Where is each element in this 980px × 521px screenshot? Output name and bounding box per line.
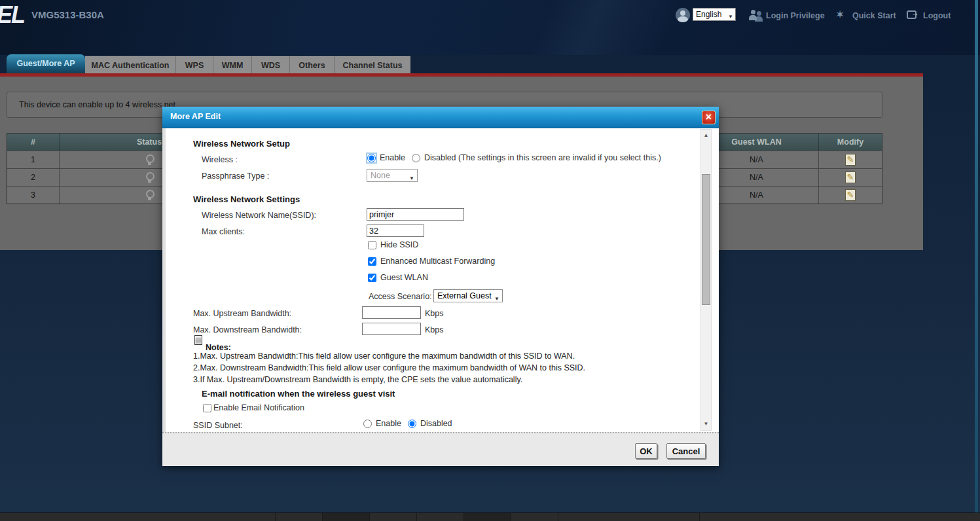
guest-wlan-row: Guest WLAN [368, 273, 428, 282]
wireless-radio-group: Enable Disabled (The settings in this sc… [367, 153, 661, 162]
tab-guest-more-ap[interactable]: Guest/More AP [7, 54, 85, 73]
tab-wps[interactable]: WPS [176, 56, 213, 73]
status-bulb-icon [145, 154, 154, 166]
taskbar-divider [511, 513, 511, 521]
section-wireless-network-setup: Wireless Network Setup [193, 139, 290, 149]
modify-edit-icon[interactable]: ✎ [845, 171, 856, 183]
ssid-subnet-disabled-radio[interactable] [408, 420, 416, 428]
enhanced-multicast-checkbox[interactable] [368, 257, 376, 266]
notes-document-icon [194, 335, 202, 345]
scrollbar-thumb[interactable] [702, 174, 710, 305]
tab-wmm[interactable]: WMM [213, 56, 252, 73]
upstream-input[interactable] [362, 306, 421, 319]
guest-wlan-label: Guest WLAN [380, 273, 428, 282]
downstream-input[interactable] [362, 323, 421, 335]
section-wireless-network-settings: Wireless Network Settings [193, 194, 300, 204]
ssid-label: Wireless Network Name(SSID): [202, 211, 316, 220]
passphrase-type-value: None [371, 171, 390, 180]
info-text: This device can enable up to 4 wireless … [19, 100, 175, 109]
ssid-subnet-enable-label: Enable [376, 419, 401, 428]
col-header-modify: Modify [819, 134, 882, 151]
row-num: 2 [7, 169, 60, 186]
quick-start-link[interactable]: Quick Start [852, 11, 896, 20]
tab-bar: Guest/More AP MAC Authentication WPS WMM… [7, 54, 410, 73]
router-admin-screen: EL VMG5313-B30A English ▼ Login Privileg… [0, 0, 980, 521]
access-scenario-value: External Guest [437, 291, 492, 300]
taskbar-divider [416, 513, 417, 521]
email-notification-row: Enable Email Notification [203, 403, 304, 412]
quick-start-icon: ✶ [835, 8, 844, 22]
ssid-subnet-radio-group: Enable Disabled [363, 419, 452, 428]
hide-ssid-label: Hide SSID [380, 240, 418, 249]
ssid-input[interactable] [367, 208, 464, 221]
hide-ssid-row: Hide SSID [368, 240, 418, 249]
col-header-num: # [7, 134, 60, 151]
right-edge-accent [975, 0, 978, 512]
status-bulb-icon [145, 172, 154, 183]
taskbar-divider [275, 513, 276, 521]
scroll-down-icon[interactable]: ▼ [701, 419, 711, 429]
note-line: 1.Max. Upstream Bandwidth:This field all… [193, 351, 575, 361]
tab-others[interactable]: Others [290, 56, 335, 73]
email-notification-label: Enable Email Notification [213, 403, 304, 412]
note-line: 2.Max. Downstream Bandwidth:This field a… [193, 363, 585, 372]
taskbar-divider [322, 513, 323, 521]
modify-edit-icon[interactable]: ✎ [845, 189, 856, 201]
upstream-label: Max. Upstream Bandwidth: [193, 309, 291, 318]
dialog-footer: OK Cancel [162, 432, 719, 466]
enhanced-multicast-label: Enhanced Multicast Forwarding [380, 257, 495, 266]
brand-logo: EL [0, 1, 24, 29]
row-num: 3 [7, 187, 60, 204]
device-model: VMG5313-B30A [31, 9, 104, 20]
email-notification-checkbox[interactable] [203, 404, 211, 412]
cancel-button[interactable]: Cancel [666, 443, 706, 459]
access-scenario-select[interactable]: External Guest ▼ [433, 289, 503, 302]
taskbar-segment [322, 513, 369, 521]
ssid-subnet-enable-radio[interactable] [363, 420, 372, 428]
access-scenario-label: Access Scenario: [369, 292, 432, 301]
ssid-subnet-label: SSID Subnet: [193, 421, 243, 430]
chevron-down-icon: ▼ [409, 173, 414, 185]
row-num: 1 [7, 151, 60, 168]
guest-wlan-checkbox[interactable] [368, 274, 376, 282]
status-bulb-icon [145, 190, 154, 201]
max-clients-input[interactable] [367, 225, 424, 237]
ok-button[interactable]: OK [635, 443, 657, 459]
modify-edit-icon[interactable]: ✎ [845, 154, 856, 166]
tab-channel-status[interactable]: Channel Status [335, 56, 410, 73]
dialog-scrollbar[interactable]: ▲ ▼ [700, 129, 712, 431]
dialog-title: More AP Edit [170, 112, 221, 121]
max-clients-label: Max clients: [202, 227, 245, 236]
logout-link[interactable]: Logout [923, 11, 951, 20]
wireless-label: Wireless : [202, 155, 238, 164]
wireless-disabled-label: Disabled (The settings in this screen ar… [424, 153, 661, 162]
close-icon[interactable]: × [702, 111, 716, 124]
wireless-enable-label: Enable [380, 153, 405, 162]
taskbar-divider [369, 513, 370, 521]
downstream-unit: Kbps [425, 325, 444, 334]
taskbar-segment [463, 513, 511, 521]
taskbar-divider [699, 513, 700, 521]
tab-wds[interactable]: WDS [252, 56, 290, 73]
taskbar [0, 512, 980, 521]
passphrase-type-label: Passphrase Type : [202, 171, 269, 181]
language-select[interactable]: English ▼ [693, 8, 736, 21]
passphrase-type-select[interactable]: None ▼ [367, 169, 418, 182]
taskbar-divider [463, 513, 464, 521]
scroll-up-icon[interactable]: ▲ [701, 130, 711, 141]
wireless-enable-radio[interactable] [367, 154, 376, 162]
wireless-disabled-radio[interactable] [412, 154, 420, 162]
dialog-titlebar[interactable]: More AP Edit × [162, 107, 719, 128]
more-ap-edit-dialog: More AP Edit × Wireless Network Setup Wi… [162, 107, 719, 466]
login-privilege-link[interactable]: Login Privilege [766, 11, 825, 20]
logout-icon [907, 10, 916, 19]
notes-heading: Notes: [206, 343, 231, 352]
hide-ssid-checkbox[interactable] [368, 241, 376, 249]
tab-mac-authentication[interactable]: MAC Authentication [85, 56, 176, 73]
ssid-subnet-disabled-label: Disabled [420, 419, 452, 428]
chevron-down-icon: ▼ [494, 293, 499, 305]
user-avatar-icon [676, 8, 690, 22]
top-header: EL VMG5313-B30A English ▼ Login Privileg… [0, 0, 980, 55]
downstream-label: Max. Downstream Bandwidth: [193, 325, 302, 334]
emf-row: Enhanced Multicast Forwarding [368, 257, 495, 266]
